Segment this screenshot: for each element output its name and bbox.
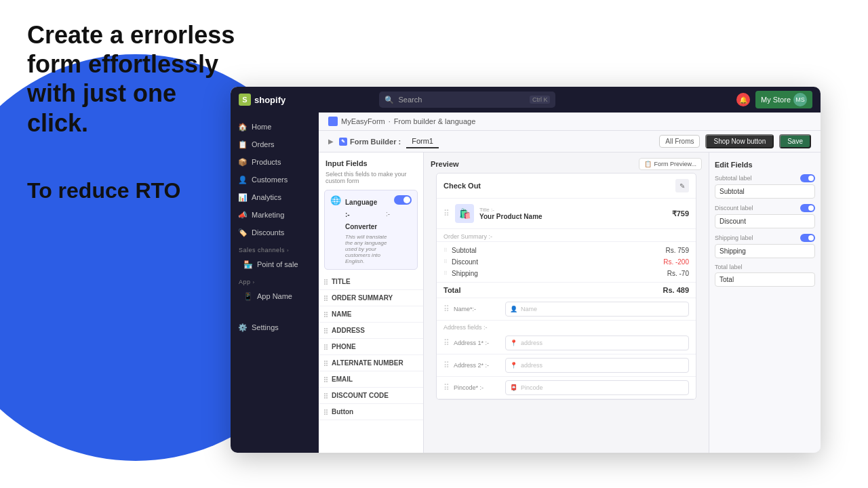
discount-input[interactable] xyxy=(715,214,815,228)
field-items-list: TITLE ORDER SUMMARY xyxy=(319,274,423,453)
address2-input-mock[interactable]: 📍 address xyxy=(505,358,689,373)
total-label: Total xyxy=(443,286,460,294)
field-item-discount-code[interactable]: DISCOUNT CODE xyxy=(319,388,423,404)
sidebar-item-customers[interactable]: 👤 Customers xyxy=(231,171,319,188)
app-section: App › xyxy=(231,273,319,287)
store-name: My Store xyxy=(761,96,791,104)
subtotal-label: Subtotal xyxy=(452,247,477,254)
address1-icon: 📍 xyxy=(510,340,517,346)
edit-shipping-group: Shipping label xyxy=(715,234,815,258)
orders-icon: 📋 xyxy=(239,140,247,148)
product-name: Your Product Name xyxy=(479,213,667,220)
field-item-button[interactable]: Button xyxy=(319,404,423,420)
address1-field-label: Address 1* :- xyxy=(454,340,501,346)
address2-icon: 📍 xyxy=(510,362,517,369)
sidebar-item-app[interactable]: 📱 App Name xyxy=(231,287,319,305)
preview-panel: Preview 📋 Form Preview... Check Out xyxy=(424,152,709,453)
product-price: ₹759 xyxy=(672,209,689,218)
sidebar-item-products[interactable]: 📦 Products xyxy=(231,153,319,171)
sidebar-settings-label: Settings xyxy=(252,323,279,331)
hero-headline: Create a errorless form effortlessly wit… xyxy=(27,20,237,138)
sidebar-item-discounts[interactable]: 🏷️ Discounts xyxy=(231,224,319,241)
subtotal-toggle[interactable] xyxy=(800,174,815,182)
subtotal-row: ⠿ Subtotal Rs. 759 xyxy=(437,245,696,256)
edit-subtotal-label: Subtotal label xyxy=(715,174,815,182)
name-placeholder: Name xyxy=(521,306,537,312)
field-item-name[interactable]: NAME xyxy=(319,306,423,323)
search-shortcut: Ctrl K xyxy=(530,96,551,104)
edit-discount-group: Discount label xyxy=(715,204,815,228)
shipping-label: Shipping xyxy=(452,270,478,277)
subtotal-value: Rs. 759 xyxy=(666,247,689,254)
edit-checkout-button[interactable]: ✎ xyxy=(675,179,689,192)
toolbar: ▶ ✎ Form Builder : Form1 All Froms Shop … xyxy=(319,131,821,152)
sidebar-item-analytics[interactable]: 📊 Analytics xyxy=(231,188,319,206)
discount-value: Rs. -200 xyxy=(663,258,689,266)
pincode-input-mock[interactable]: 📮 Pincode xyxy=(505,380,689,395)
sidebar-item-orders[interactable]: 📋 Orders xyxy=(231,136,319,153)
shipping-toggle[interactable] xyxy=(800,234,815,242)
drag-handle-address xyxy=(324,328,328,333)
language-icon: 🌐 xyxy=(330,195,341,205)
field-item-title[interactable]: TITLE xyxy=(319,274,423,290)
all-forms-button[interactable]: All Froms xyxy=(659,135,700,148)
app-chevron-icon: › xyxy=(253,279,255,285)
address1-input-mock[interactable]: 📍 address xyxy=(505,336,689,350)
customers-icon: 👤 xyxy=(239,176,247,184)
sidebar-item-marketing[interactable]: 📣 Marketing xyxy=(231,206,319,224)
sidebar-item-home[interactable]: 🏠 Home xyxy=(231,118,319,136)
shopify-body: 🏠 Home 📋 Orders 📦 Products 👤 Customers 📊… xyxy=(231,113,821,453)
language-header: Language :- Converter :- xyxy=(345,195,390,232)
field-email-label: EMAIL xyxy=(332,375,353,383)
edit-subtotal-group: Subtotal label xyxy=(715,174,815,199)
sidebar-products-label: Products xyxy=(252,158,281,166)
field-item-email[interactable]: EMAIL xyxy=(319,371,423,388)
shopify-logo: S shopify xyxy=(239,94,285,106)
sidebar-marketing-label: Marketing xyxy=(252,211,284,219)
save-button[interactable]: Save xyxy=(779,134,811,148)
drag-handle-order-summary xyxy=(324,296,328,301)
shop-now-button[interactable]: Shop Now button xyxy=(705,134,774,148)
notification-icon[interactable]: 🔔 xyxy=(736,93,750,106)
tab-form1[interactable]: Form1 xyxy=(406,135,439,148)
language-toggle[interactable] xyxy=(394,195,412,205)
content-area: MyEasyForm · From builder & language ▶ ✎… xyxy=(319,113,821,453)
field-button-label: Button xyxy=(332,408,353,415)
subtotal-input[interactable] xyxy=(715,184,815,199)
sidebar-item-settings[interactable]: ⚙️ Settings xyxy=(231,319,319,336)
field-item-phone[interactable]: PHONE xyxy=(319,339,423,355)
shipping-input[interactable] xyxy=(715,244,815,258)
input-fields-panel: Input Fields Select this fields to make … xyxy=(319,152,424,453)
form-preview-button[interactable]: 📋 Form Preview... xyxy=(639,158,702,170)
subtotal-drag: ⠿ xyxy=(443,247,449,253)
address1-field-preview: ⠿ Address 1* :- 📍 address xyxy=(437,332,696,354)
expand-icon[interactable]: ▶ xyxy=(328,138,334,145)
drag-handle-alternate xyxy=(324,361,328,366)
discount-toggle[interactable] xyxy=(800,204,815,212)
field-item-order-summary[interactable]: ORDER SUMMARY xyxy=(319,290,423,306)
sidebar-customers-label: Customers xyxy=(252,176,288,184)
field-item-alternate[interactable]: ALTERNATE NUMBER xyxy=(319,355,423,371)
pincode-drag-handle: ⠿ xyxy=(443,383,450,392)
shopify-logo-icon: S xyxy=(239,94,251,106)
address2-field-preview: ⠿ Address 2* :- 📍 address xyxy=(437,354,696,377)
edit-discount-label: Discount label xyxy=(715,204,815,212)
app-icon: 📱 xyxy=(244,292,252,300)
name-input-mock[interactable]: 👤 Name xyxy=(505,302,689,317)
breadcrumb-separator: · xyxy=(389,117,391,125)
sidebar-item-pos[interactable]: 🏪 Point of sale xyxy=(231,256,319,273)
drag-handle-title xyxy=(324,279,328,285)
store-button[interactable]: My Store MS xyxy=(755,91,812,108)
field-order-summary-label: ORDER SUMMARY xyxy=(332,294,393,302)
products-icon: 📦 xyxy=(239,158,247,166)
field-item-address[interactable]: ADDRESS xyxy=(319,323,423,339)
edit-total-group: Total label xyxy=(715,264,815,287)
product-drag-handle: ⠿ xyxy=(443,209,450,218)
search-bar[interactable]: 🔍 Search Ctrl K xyxy=(379,92,555,108)
breadcrumb-section: From builder & language xyxy=(394,117,475,125)
product-row: ⠿ 🛍️ Title :- Your Product Name ₹759 xyxy=(437,199,696,229)
pincode-icon: 📮 xyxy=(510,384,517,391)
field-phone-label: PHONE xyxy=(332,343,356,350)
discount-row: ⠿ Discount Rs. -200 xyxy=(437,256,696,268)
total-input[interactable] xyxy=(715,272,815,287)
